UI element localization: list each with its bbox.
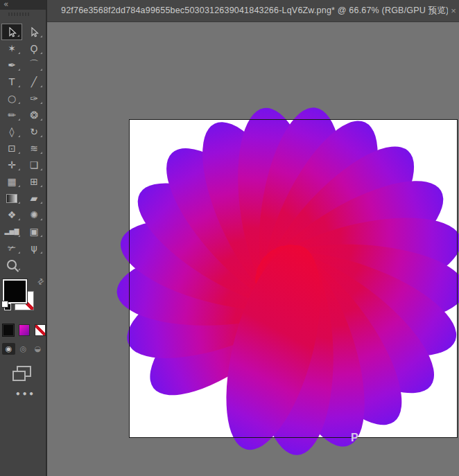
eyedropper-tool-icon: ▰ xyxy=(31,193,38,204)
blob-brush-tool[interactable]: ❂ xyxy=(24,107,44,123)
artboard-tool-icon: ▣ xyxy=(29,226,38,237)
default-stroke-white xyxy=(1,301,8,308)
eraser-tool[interactable]: ◊ xyxy=(1,123,22,140)
collapse-panel-icon[interactable]: « xyxy=(3,0,8,9)
width-tool-icon: ≋ xyxy=(30,143,38,154)
artboard xyxy=(129,119,458,438)
line-segment-tool-icon: ╱ xyxy=(31,76,37,87)
magic-wand-tool-icon: ✶ xyxy=(8,43,16,54)
zoom-tool[interactable] xyxy=(1,256,22,273)
artboard-tool[interactable]: ▣ xyxy=(24,223,44,240)
fill-stroke-control: ⇄ xyxy=(2,279,45,317)
ellipse-tool[interactable]: ○ xyxy=(1,90,22,107)
puppet-warp-tool-icon: ✛ xyxy=(8,159,16,170)
tools-panel-header: « xyxy=(0,0,46,10)
column-graph-tool[interactable]: ▂▅▇ xyxy=(1,223,22,240)
curvature-tool-icon: ⌒ xyxy=(29,59,39,71)
pen-tool[interactable]: ✒ xyxy=(1,57,22,73)
slice-tool[interactable]: ✃ xyxy=(1,240,22,256)
rotate-tool[interactable]: ↻ xyxy=(24,123,44,140)
hand-tool-icon: ψ xyxy=(31,243,37,254)
pen-tool-icon: ✒ xyxy=(8,60,16,71)
scale-tool-icon: ⊡ xyxy=(8,143,16,154)
mesh-tool[interactable]: ⊞ xyxy=(24,173,44,190)
rotate-tool-icon: ↻ xyxy=(30,126,38,137)
change-screen-mode-icon[interactable] xyxy=(17,366,31,377)
lasso-tool-icon: Ϙ xyxy=(30,43,37,54)
perspective-grid-tool[interactable]: ▦ xyxy=(1,173,22,190)
slice-tool-icon: ✃ xyxy=(8,243,16,254)
none-swatch[interactable] xyxy=(35,324,46,336)
magnifier-icon xyxy=(7,260,17,270)
hand-tool[interactable]: ψ xyxy=(24,240,44,256)
eyedropper-tool[interactable]: ▰ xyxy=(24,190,44,206)
gradient-icon xyxy=(6,194,17,203)
swap-fill-stroke-icon[interactable]: ⇄ xyxy=(35,276,46,288)
document-tab-title: 92f76e3568f2dd784a99655bec50303126390418… xyxy=(47,5,448,17)
mesh-tool-icon: ⊞ xyxy=(30,176,38,187)
apply-color-buttons xyxy=(3,324,46,336)
pasteboard[interactable]: P xyxy=(47,22,459,476)
gradient-swatch[interactable] xyxy=(19,324,30,336)
paintbrush-tool[interactable]: ✑ xyxy=(24,90,44,107)
gradient-tool[interactable] xyxy=(1,190,22,206)
ellipse-tool-icon: ○ xyxy=(8,93,16,104)
scale-tool[interactable]: ⊡ xyxy=(1,140,22,157)
type-tool[interactable]: T xyxy=(1,73,22,90)
lasso-tool[interactable]: Ϙ xyxy=(24,40,44,57)
blob-brush-tool-icon: ❂ xyxy=(30,109,38,121)
symbol-sprayer-tool[interactable]: ✺ xyxy=(24,206,44,223)
puppet-warp-tool[interactable]: ✛ xyxy=(1,157,22,173)
draw-inside-mode[interactable]: ◒ xyxy=(31,343,44,355)
pencil-tool[interactable]: ✏ xyxy=(1,107,22,123)
document-tab[interactable]: 92f76e3568f2dd784a99655bec50303126390418… xyxy=(47,0,459,22)
color-swatch[interactable] xyxy=(3,324,14,336)
width-tool[interactable]: ≋ xyxy=(24,140,44,157)
drawing-mode-buttons: ◉◎◒ xyxy=(2,343,46,355)
eraser-tool-icon: ◊ xyxy=(10,126,15,137)
tool-grid: ✶Ϙ✒⌒T╱○✑✏❂◊↻⊡≋✛❏▦⊞▰❖✺▂▅▇▣✃ψ xyxy=(0,24,46,273)
tab-close-icon[interactable]: × xyxy=(448,6,459,16)
edit-toolbar-ellipsis-icon[interactable]: ••• xyxy=(15,389,46,399)
line-segment-tool[interactable]: ╱ xyxy=(24,73,44,90)
column-graph-tool-icon: ▂▅▇ xyxy=(5,228,19,235)
blend-tool-icon: ❖ xyxy=(8,209,17,220)
paintbrush-tool-icon: ✑ xyxy=(30,93,38,104)
pencil-tool-icon: ✏ xyxy=(8,109,16,121)
fill-swatch-black[interactable] xyxy=(3,279,27,303)
watermark-fragment: P xyxy=(351,432,358,444)
tools-panel: « ✶Ϙ✒⌒T╱○✑✏❂◊↻⊡≋✛❏▦⊞▰❖✺▂▅▇▣✃ψ ⇄ ◉◎◒ ••• xyxy=(0,0,47,476)
draw-behind-mode[interactable]: ◎ xyxy=(17,343,30,355)
draw-normal-mode[interactable]: ◉ xyxy=(2,343,15,355)
selection-tool[interactable] xyxy=(1,24,22,40)
direct-selection-tool[interactable] xyxy=(24,24,44,40)
shape-builder-tool-icon: ❏ xyxy=(30,159,39,170)
default-fill-stroke-icon[interactable] xyxy=(1,301,11,310)
perspective-grid-tool-icon: ▦ xyxy=(7,176,16,187)
magic-wand-tool[interactable]: ✶ xyxy=(1,40,22,57)
shape-builder-tool[interactable]: ❏ xyxy=(24,157,44,173)
type-tool-icon: T xyxy=(9,76,15,87)
curvature-tool[interactable]: ⌒ xyxy=(24,57,44,73)
blend-tool[interactable]: ❖ xyxy=(1,206,22,223)
symbol-sprayer-tool-icon: ✺ xyxy=(30,209,38,220)
panel-grip[interactable] xyxy=(8,12,31,16)
